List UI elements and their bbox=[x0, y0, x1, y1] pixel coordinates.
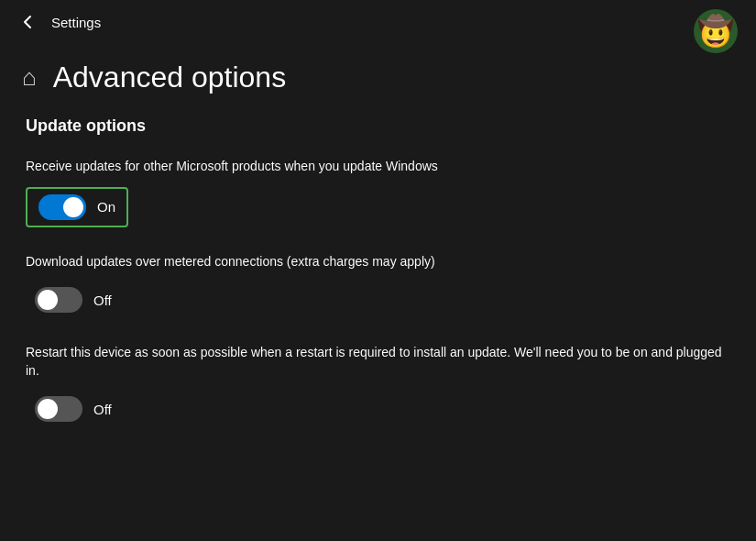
header-title: Settings bbox=[51, 15, 101, 30]
home-icon: ⌂ bbox=[22, 63, 37, 92]
avatar-image: 🤠 bbox=[697, 17, 734, 46]
setting-metered-connections: Download updates over metered connection… bbox=[26, 253, 730, 319]
page-header: ⌂ Advanced options bbox=[0, 44, 756, 116]
content: Update options Receive updates for other… bbox=[0, 116, 756, 427]
section-title: Update options bbox=[26, 116, 730, 136]
avatar[interactable]: 🤠 bbox=[694, 9, 738, 53]
toggle-restart-device[interactable] bbox=[35, 396, 82, 422]
toggle-label-microsoft-products: On bbox=[97, 199, 115, 215]
toggle-microsoft-products[interactable] bbox=[38, 194, 86, 220]
toggle-knob bbox=[38, 290, 58, 310]
setting-microsoft-products: Receive updates for other Microsoft prod… bbox=[26, 158, 730, 227]
toggle-label-restart-device: Off bbox=[93, 402, 112, 417]
setting-description-microsoft-products: Receive updates for other Microsoft prod… bbox=[26, 158, 730, 176]
toggle-metered-connections[interactable] bbox=[35, 287, 82, 313]
header: Settings 🤠 bbox=[0, 0, 756, 44]
toggle-label-metered-connections: Off bbox=[93, 293, 112, 308]
setting-restart-device: Restart this device as soon as possible … bbox=[26, 344, 730, 427]
toggle-knob bbox=[38, 399, 58, 419]
toggle-container-metered-connections: Off bbox=[26, 282, 121, 318]
page-title: Advanced options bbox=[53, 61, 286, 94]
toggle-knob bbox=[63, 197, 83, 217]
setting-description-restart-device: Restart this device as soon as possible … bbox=[26, 344, 730, 380]
toggle-container-microsoft-products: On bbox=[26, 187, 128, 227]
setting-description-metered-connections: Download updates over metered connection… bbox=[26, 253, 730, 271]
back-button[interactable] bbox=[18, 13, 37, 31]
toggle-container-restart-device: Off bbox=[26, 391, 121, 427]
